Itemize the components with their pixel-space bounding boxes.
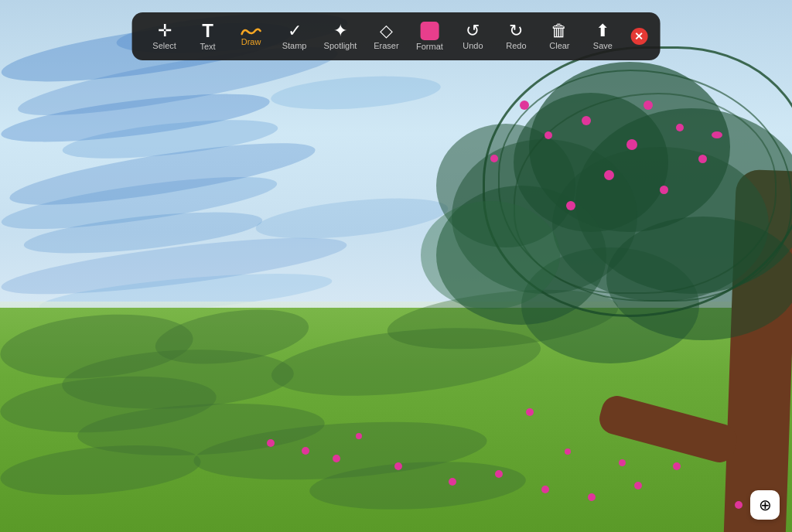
ground-flower-dot: [541, 486, 549, 493]
ground-flower-dot: [356, 433, 362, 439]
draw-tool[interactable]: Draw: [231, 23, 271, 49]
stamp-tool[interactable]: ✓ Stamp: [275, 19, 315, 53]
ground-flower-dot: [495, 470, 503, 478]
undo-icon: ↺: [466, 22, 480, 39]
eraser-tool[interactable]: ◇ Eraser: [366, 19, 406, 53]
flower-dot: [698, 155, 707, 163]
ground-flower-dot: [526, 408, 534, 416]
ground-flower-dot: [619, 459, 626, 466]
toolbar: ✛ Select T Text Draw ✓ Stamp ✦ Spotlight…: [132, 12, 661, 60]
flower-dot: [604, 170, 614, 180]
draw-icon: [241, 26, 262, 37]
ground-flower-dot: [449, 478, 456, 486]
close-button[interactable]: ✕: [630, 28, 647, 45]
flower-dot: [676, 124, 684, 131]
redo-tool[interactable]: ↻ Redo: [496, 19, 536, 53]
ground-flower-dot: [302, 447, 309, 455]
format-tool[interactable]: Format: [409, 19, 449, 54]
spotlight-icon: ✦: [333, 22, 347, 39]
close-icon: ✕: [634, 30, 644, 43]
ground-flower-dot: [673, 462, 681, 470]
flower-dot: [566, 201, 575, 210]
undo-tool[interactable]: ↺ Undo: [452, 19, 493, 53]
stamp-icon: ✓: [288, 22, 302, 39]
flower-dot: [490, 155, 498, 162]
corner-icon: ⊕: [759, 496, 772, 514]
flower-dot: [544, 131, 552, 139]
redo-icon: ↻: [509, 22, 523, 39]
ground-flower-dot: [634, 482, 642, 489]
clear-tool[interactable]: 🗑 Clear: [539, 19, 579, 53]
text-tool[interactable]: T Text: [188, 19, 228, 54]
eraser-icon: ◇: [380, 22, 393, 39]
select-icon: ✛: [158, 22, 172, 39]
select-tool[interactable]: ✛ Select: [145, 19, 185, 53]
ground-flower-dot: [333, 455, 340, 462]
flower-dot: [712, 131, 722, 138]
ground-flower-dot: [394, 462, 402, 470]
flower-dot: [626, 139, 637, 150]
clear-icon: 🗑: [551, 22, 568, 39]
ground-flower-dot: [565, 448, 571, 455]
flower-dot: [520, 101, 529, 110]
ground-flower-dot: [588, 493, 596, 501]
text-icon: T: [202, 22, 213, 40]
format-color-swatch: [420, 22, 439, 40]
canvas-area[interactable]: ✛ Select T Text Draw ✓ Stamp ✦ Spotlight…: [0, 0, 792, 532]
save-icon: ⬆: [596, 22, 609, 39]
flower-dot: [660, 186, 668, 194]
save-tool[interactable]: ⬆ Save: [582, 19, 623, 53]
ground-flower-dot: [267, 439, 275, 447]
ground-flower-dot: [735, 501, 742, 509]
spotlight-tool[interactable]: ✦ Spotlight: [318, 19, 364, 53]
flower-dot: [644, 101, 653, 110]
tree-foliage: [483, 46, 792, 340]
flower-dot: [582, 116, 591, 125]
corner-add-button[interactable]: ⊕: [750, 490, 780, 520]
